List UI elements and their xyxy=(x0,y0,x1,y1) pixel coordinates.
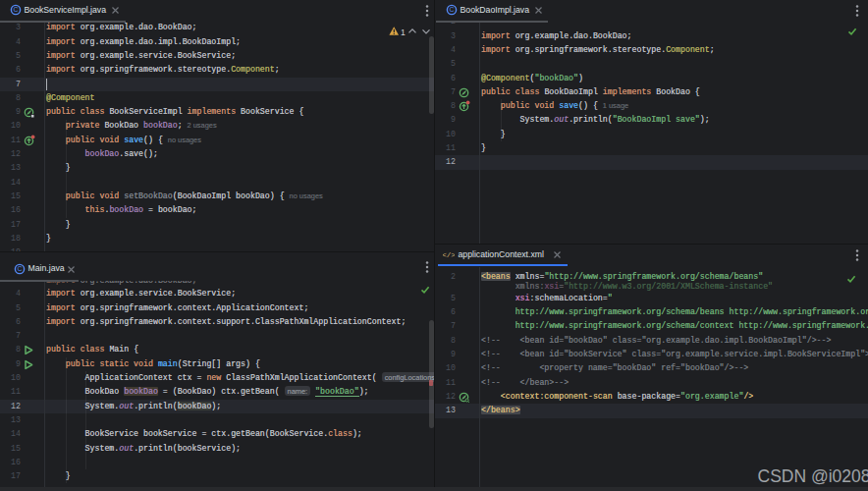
svg-text:C: C xyxy=(449,6,454,13)
svg-text:C: C xyxy=(13,6,18,13)
svg-text:C: C xyxy=(17,265,22,272)
svg-text:</>: </> xyxy=(443,251,455,259)
svg-text:1: 1 xyxy=(401,27,406,36)
